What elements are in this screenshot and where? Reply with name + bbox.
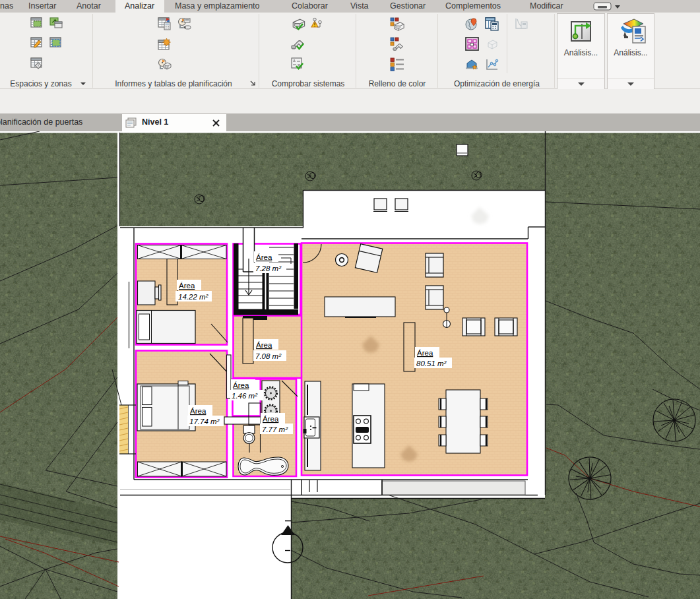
svg-text:7.08 m²: 7.08 m²	[255, 352, 282, 360]
svg-text:Área: Área	[190, 407, 207, 415]
svg-text:Área: Área	[233, 381, 249, 389]
svg-text:Área: Área	[263, 415, 279, 423]
svg-text:Área: Área	[256, 341, 272, 349]
svg-text:Área: Área	[417, 349, 433, 357]
svg-text:Área: Área	[256, 253, 272, 261]
svg-text:1.46 m²: 1.46 m²	[232, 392, 258, 400]
svg-text:Área: Área	[179, 282, 195, 290]
svg-text:17.74 m²: 17.74 m²	[189, 418, 220, 426]
svg-text:7.77 m²: 7.77 m²	[262, 426, 288, 433]
svg-text:80.51 m²: 80.51 m²	[416, 360, 447, 367]
svg-text:14.22 m²: 14.22 m²	[178, 293, 209, 301]
svg-text:7.28 m²: 7.28 m²	[255, 265, 282, 272]
